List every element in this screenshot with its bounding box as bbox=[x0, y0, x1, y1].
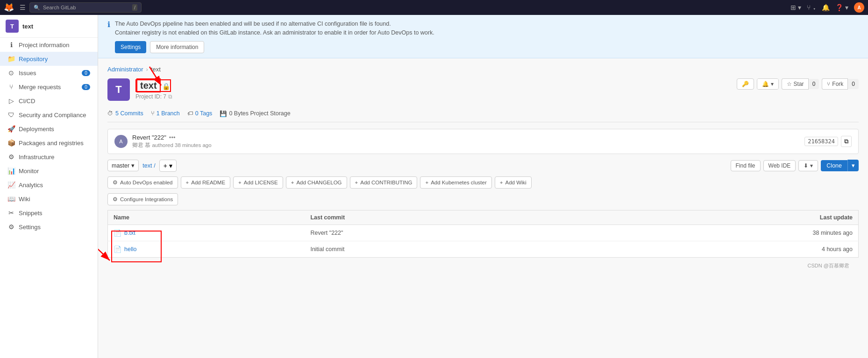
tags-link[interactable]: 0 Tags bbox=[195, 110, 213, 117]
sidebar-item-label: Packages and registries bbox=[19, 140, 84, 147]
infrastructure-icon: ⚙ bbox=[7, 153, 15, 161]
clone-dropdown-button[interactable]: ▾ bbox=[847, 160, 859, 171]
banner-line2: Container registry is not enabled on thi… bbox=[115, 28, 859, 37]
more-info-button[interactable]: More information bbox=[150, 41, 204, 53]
sidebar-item-settings[interactable]: ⚙ Settings bbox=[0, 220, 98, 234]
clone-button-group: Clone ▾ bbox=[821, 160, 859, 171]
top-nav-right: ⊞ ▾ ⑂ ▾ 🔔 ❓ ▾ A bbox=[790, 2, 864, 13]
star-count: 0 bbox=[808, 79, 819, 89]
last-commit-column-header: Last commit bbox=[305, 210, 565, 225]
breadcrumb-parent[interactable]: Administrator bbox=[107, 66, 143, 73]
copy-id-button[interactable]: ⧉ bbox=[168, 93, 172, 100]
commit-author: 卿君 慕 bbox=[132, 142, 150, 148]
storage-label: 0 Bytes Project Storage bbox=[229, 110, 290, 117]
grid-icon-btn[interactable]: ⊞ ▾ bbox=[790, 4, 801, 11]
sidebar-item-repository[interactable]: 📁 Repository bbox=[0, 52, 98, 66]
file-link-hello[interactable]: 📄 hello bbox=[114, 246, 299, 253]
web-ide-button[interactable]: Web IDE bbox=[763, 160, 796, 171]
project-area: Administrator › text T text bbox=[98, 58, 868, 281]
add-wiki-btn[interactable]: + Add Wiki bbox=[495, 176, 532, 189]
add-changelog-label: Add CHANGELOG bbox=[296, 180, 342, 185]
path-root[interactable]: text bbox=[142, 162, 152, 169]
copy-hash-button[interactable]: ⧉ bbox=[841, 136, 852, 147]
path-separator: / bbox=[154, 162, 155, 169]
sidebar-item-issues[interactable]: ⊙ Issues 0 bbox=[0, 66, 98, 80]
sidebar-item-packages[interactable]: 📦 Packages and registries bbox=[0, 136, 98, 150]
sidebar-item-merge-requests[interactable]: ⑂ Merge requests 0 bbox=[0, 80, 98, 94]
configure-integrations-button[interactable]: ⚙ Configure Integrations bbox=[107, 193, 178, 205]
table-header-row: Name Last commit Last update bbox=[108, 210, 859, 225]
sidebar-item-infrastructure[interactable]: ⚙ Infrastructure bbox=[0, 150, 98, 164]
name-column-header: Name bbox=[108, 210, 305, 225]
fork-button[interactable]: ⑂ Fork bbox=[822, 78, 848, 90]
help-icon-btn[interactable]: ❓ ▾ bbox=[835, 4, 848, 11]
commit-card: A Revert "222" ••• 卿君 慕 authored 38 minu… bbox=[107, 129, 859, 154]
branch-link[interactable]: 1 Branch bbox=[157, 110, 180, 117]
sidebar-item-label: Repository bbox=[19, 56, 48, 63]
app-layout: T text ℹ Project information 📁 Repositor… bbox=[0, 0, 868, 358]
sidebar-item-wiki[interactable]: 📖 Wiki bbox=[0, 192, 98, 206]
breadcrumb-current: text bbox=[151, 66, 161, 73]
search-box[interactable]: 🔍 Search GitLab / bbox=[29, 2, 142, 13]
add-contributing-btn[interactable]: + Add CONTRIBUTING bbox=[350, 176, 418, 189]
stats-row: ⏱ 5 Commits ⑂ 1 Branch 🏷 0 Tags 💾 0 Byte… bbox=[107, 110, 859, 122]
update-cell-btxt: 38 minutes ago bbox=[565, 225, 859, 241]
branch-name: master bbox=[112, 162, 129, 169]
project-avatar-large: T bbox=[107, 78, 130, 101]
project-info-icon: ℹ bbox=[7, 41, 15, 49]
add-file-button[interactable]: + ▾ bbox=[159, 160, 177, 172]
settings-button[interactable]: Settings bbox=[115, 41, 146, 53]
sidebar-item-snippets[interactable]: ✂ Snippets bbox=[0, 206, 98, 220]
table-row: 📄 hello Initial commit 4 hours ago bbox=[108, 241, 859, 257]
hamburger-menu[interactable]: ☰ bbox=[20, 4, 26, 11]
key-button[interactable]: 🔑 bbox=[737, 78, 754, 90]
sidebar-item-label: Infrastructure bbox=[19, 154, 55, 161]
sidebar-item-cicd[interactable]: ▷ CI/CD bbox=[0, 94, 98, 108]
update-cell-hello: 4 hours ago bbox=[565, 241, 859, 257]
add-license-btn[interactable]: + Add LICENSE bbox=[233, 176, 283, 189]
chevron-down-icon: ▾ bbox=[169, 162, 172, 169]
file-name-btxt: b.txt bbox=[124, 230, 135, 236]
sidebar-item-deployments[interactable]: 🚀 Deployments bbox=[0, 122, 98, 136]
merge-icon-btn[interactable]: ⑂ ▾ bbox=[807, 4, 816, 11]
repository-icon: 📁 bbox=[7, 55, 15, 63]
file-link-btxt[interactable]: 📄 b.txt bbox=[114, 229, 299, 237]
commit-more-button[interactable]: ••• bbox=[169, 134, 176, 141]
add-kubernetes-btn[interactable]: + Add Kubernetes cluster bbox=[420, 176, 491, 189]
file-icon-hello: 📄 bbox=[114, 246, 121, 253]
find-file-button[interactable]: Find file bbox=[731, 160, 761, 171]
sidebar-item-analytics[interactable]: 📈 Analytics bbox=[0, 178, 98, 192]
add-kubernetes-icon: + bbox=[425, 180, 428, 185]
add-contributing-label: Add CONTRIBUTING bbox=[360, 180, 412, 185]
commits-link[interactable]: 5 Commits bbox=[115, 110, 143, 117]
clone-button[interactable]: Clone bbox=[821, 160, 847, 171]
add-changelog-icon: + bbox=[291, 180, 294, 185]
commit-title-text: Revert "222" bbox=[132, 134, 166, 141]
security-icon: 🛡 bbox=[7, 111, 15, 119]
star-button[interactable]: ☆ Star bbox=[782, 78, 809, 90]
sidebar-item-security[interactable]: 🛡 Security and Compliance bbox=[0, 108, 98, 122]
user-avatar[interactable]: A bbox=[854, 2, 864, 13]
bell-dropdown-icon: ▾ bbox=[771, 81, 774, 87]
branch-selector[interactable]: master ▾ bbox=[107, 160, 139, 171]
sidebar-item-project-information[interactable]: ℹ Project information bbox=[0, 38, 98, 52]
auto-devops-btn[interactable]: ⚙ Auto DevOps enabled bbox=[107, 176, 178, 189]
add-readme-btn[interactable]: + Add README bbox=[181, 176, 231, 189]
banner-actions: Settings More information bbox=[115, 41, 859, 53]
monitor-icon: 📊 bbox=[7, 167, 15, 175]
notification-bell-button[interactable]: 🔔 ▾ bbox=[757, 79, 778, 89]
bell-icon-btn[interactable]: 🔔 bbox=[822, 4, 830, 11]
sidebar-project-header: T text bbox=[0, 15, 98, 38]
tags-stat: 🏷 0 Tags bbox=[187, 110, 213, 117]
sidebar-item-label: Project information bbox=[19, 42, 69, 49]
add-changelog-btn[interactable]: + Add CHANGELOG bbox=[286, 176, 347, 189]
main-content: ℹ The Auto DevOps pipeline has been enab… bbox=[98, 15, 868, 358]
plus-icon: + bbox=[164, 162, 167, 169]
wiki-icon: 📖 bbox=[7, 195, 15, 203]
auto-devops-icon: ⚙ bbox=[113, 179, 118, 186]
sidebar-item-label: CI/CD bbox=[19, 98, 35, 105]
add-kubernetes-label: Add Kubernetes cluster bbox=[431, 180, 487, 185]
sidebar-item-monitor[interactable]: 📊 Monitor bbox=[0, 164, 98, 178]
top-navigation: 🦊 ☰ 🔍 Search GitLab / ⊞ ▾ ⑂ ▾ 🔔 ❓ ▾ A bbox=[0, 0, 868, 15]
add-license-label: Add LICENSE bbox=[244, 180, 278, 185]
